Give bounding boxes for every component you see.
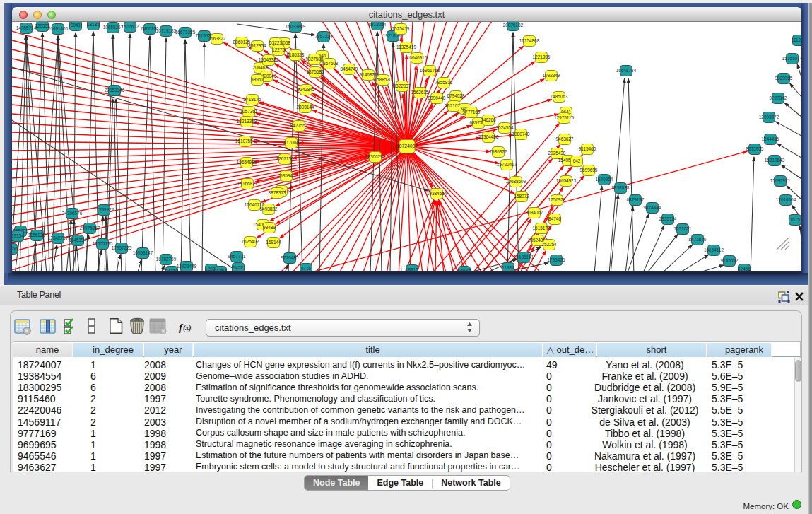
svg-text:7663822: 7663822 xyxy=(208,36,226,41)
svg-text:11325419: 11325419 xyxy=(396,45,416,49)
svg-text:98961: 98961 xyxy=(251,77,264,82)
svg-text:16154808: 16154808 xyxy=(519,38,540,43)
svg-text:16033809: 16033809 xyxy=(286,24,306,29)
svg-text:7632621: 7632621 xyxy=(674,226,692,231)
svg-text:8813054: 8813054 xyxy=(369,22,387,27)
svg-text:1145194: 1145194 xyxy=(69,238,87,243)
svg-text:1525419: 1525419 xyxy=(392,26,410,31)
svg-text:12093872: 12093872 xyxy=(759,115,779,119)
svg-text:12923448: 12923448 xyxy=(177,264,197,269)
svg-text:16961758: 16961758 xyxy=(420,68,440,73)
svg-text:17359924: 17359924 xyxy=(94,207,114,212)
svg-text:2803144: 2803144 xyxy=(297,105,314,110)
svg-text:9041: 9041 xyxy=(71,23,81,28)
svg-text:7357224: 7357224 xyxy=(315,34,333,39)
svg-text:18300295: 18300295 xyxy=(365,154,386,159)
svg-text:158072: 158072 xyxy=(514,194,529,199)
svg-text:2367608: 2367608 xyxy=(321,61,339,66)
svg-text:746266: 746266 xyxy=(481,117,496,122)
svg-text:8990448: 8990448 xyxy=(428,95,446,100)
svg-text:9452: 9452 xyxy=(233,265,244,270)
svg-text:9084067: 9084067 xyxy=(526,210,543,215)
svg-text:1588520: 1588520 xyxy=(375,77,392,82)
svg-text:14055714: 14055714 xyxy=(16,25,37,30)
svg-text:6794028: 6794028 xyxy=(447,93,465,98)
svg-text:15692971: 15692971 xyxy=(770,178,791,183)
svg-text:1733426: 1733426 xyxy=(548,257,565,262)
svg-text:12505135: 12505135 xyxy=(93,241,113,246)
svg-text:10655267: 10655267 xyxy=(103,25,124,30)
svg-text:2935114: 2935114 xyxy=(659,216,677,221)
svg-text:1640954: 1640954 xyxy=(596,177,613,182)
svg-text:16640910: 16640910 xyxy=(407,55,428,60)
svg-text:11934: 11934 xyxy=(502,265,514,270)
svg-text:16543382: 16543382 xyxy=(259,57,279,62)
svg-text:8215955: 8215955 xyxy=(746,146,764,151)
svg-text:1615172: 1615172 xyxy=(533,226,551,230)
svg-text:169144: 169144 xyxy=(266,240,281,245)
svg-text:16648784: 16648784 xyxy=(616,68,637,73)
svg-text:24310: 24310 xyxy=(165,269,178,273)
svg-text:39154: 39154 xyxy=(12,233,24,238)
svg-text:17016504: 17016504 xyxy=(776,197,796,202)
svg-text:3267130: 3267130 xyxy=(276,156,294,161)
svg-text:(x): (x) xyxy=(183,324,192,332)
svg-text:14136141: 14136141 xyxy=(514,255,534,259)
svg-text:8912954: 8912954 xyxy=(249,43,266,48)
svg-text:18181: 18181 xyxy=(87,22,100,27)
svg-text:99489: 99489 xyxy=(263,225,276,230)
svg-text:10654112: 10654112 xyxy=(704,247,724,252)
svg-text:18724007: 18724007 xyxy=(396,144,418,148)
svg-text:9245652: 9245652 xyxy=(721,258,739,263)
svg-text:7485063: 7485063 xyxy=(551,94,568,99)
svg-text:2025438: 2025438 xyxy=(548,151,566,156)
svg-text:1221396: 1221396 xyxy=(533,54,551,59)
svg-text:116753: 116753 xyxy=(788,217,801,222)
svg-text:9716: 9716 xyxy=(301,266,312,271)
svg-text:24206576: 24206576 xyxy=(62,211,83,216)
svg-text:19654923: 19654923 xyxy=(556,178,577,183)
svg-text:9115460: 9115460 xyxy=(579,146,596,151)
svg-text:1756928: 1756928 xyxy=(548,197,566,202)
svg-text:1527602: 1527602 xyxy=(122,24,139,29)
svg-text:8322037: 8322037 xyxy=(394,83,411,88)
svg-text:20691406: 20691406 xyxy=(48,26,69,31)
svg-text:2718176: 2718176 xyxy=(244,97,261,102)
svg-text:417004: 417004 xyxy=(283,140,299,145)
svg-text:92456: 92456 xyxy=(738,267,751,271)
svg-text:8938928: 8938928 xyxy=(612,185,630,190)
svg-text:31254: 31254 xyxy=(214,269,227,273)
svg-text:7986322: 7986322 xyxy=(490,149,507,154)
svg-text:12342757: 12342757 xyxy=(48,235,69,240)
svg-text:7625402: 7625402 xyxy=(242,239,259,244)
svg-text:19654985: 19654985 xyxy=(237,160,257,165)
svg-text:9242845: 9242845 xyxy=(298,87,315,92)
svg-text:9777169: 9777169 xyxy=(463,110,481,115)
svg-text:1156829: 1156829 xyxy=(28,233,46,238)
svg-text:6879197: 6879197 xyxy=(627,197,645,202)
svg-text:16671385: 16671385 xyxy=(175,30,196,35)
svg-text:20876182: 20876182 xyxy=(503,23,524,28)
svg-text:16782759: 16782759 xyxy=(156,257,177,262)
svg-text:15720407: 15720407 xyxy=(497,162,517,167)
svg-text:16543: 16543 xyxy=(458,269,471,273)
svg-text:84746: 84746 xyxy=(548,216,561,221)
svg-text:19166827: 19166827 xyxy=(237,181,258,186)
svg-text:8878313: 8878313 xyxy=(269,190,286,195)
svg-text:1092349: 1092349 xyxy=(543,73,560,78)
svg-text:9329965: 9329965 xyxy=(775,76,793,81)
svg-text:12975115: 12975115 xyxy=(554,115,574,120)
svg-text:16107554: 16107554 xyxy=(235,139,256,144)
svg-text:1080748: 1080748 xyxy=(512,132,530,136)
svg-text:19384554: 19384554 xyxy=(427,191,447,196)
svg-text:9463627: 9463627 xyxy=(556,136,574,141)
svg-text:8454749: 8454749 xyxy=(341,66,358,71)
svg-text:17356: 17356 xyxy=(12,246,18,251)
svg-text:8186328: 8186328 xyxy=(287,52,305,57)
svg-text:7955812: 7955812 xyxy=(435,80,453,85)
svg-text:20364486: 20364486 xyxy=(478,134,499,139)
svg-text:12213369: 12213369 xyxy=(237,119,257,124)
svg-text:111213: 111213 xyxy=(792,37,801,42)
svg-text:16210643: 16210643 xyxy=(765,158,785,163)
svg-text:12275: 12275 xyxy=(272,47,285,52)
